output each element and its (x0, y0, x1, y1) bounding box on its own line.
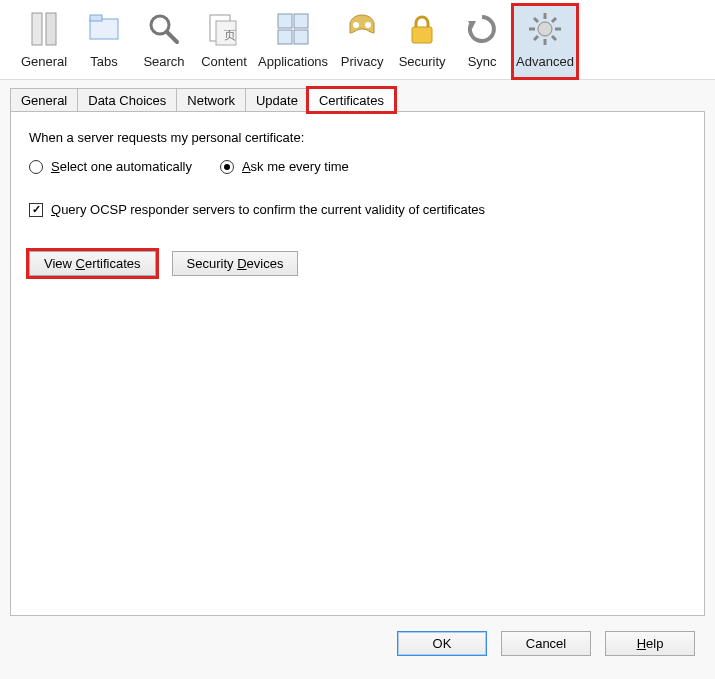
category-label: Security (399, 54, 446, 69)
svg-line-25 (552, 18, 556, 22)
dialog-button-row: OK Cancel Help (0, 617, 715, 656)
category-label: General (21, 54, 67, 69)
svg-line-23 (552, 36, 556, 40)
cancel-button[interactable]: Cancel (501, 631, 591, 656)
radio-icon (29, 160, 43, 174)
personal-cert-prompt: When a server requests my personal certi… (29, 130, 686, 145)
category-label: Advanced (516, 54, 574, 69)
gear-icon (525, 9, 565, 52)
svg-rect-0 (32, 13, 42, 45)
view-certificates-button[interactable]: View Certificates (29, 251, 156, 276)
subtab-data-choices[interactable]: Data Choices (77, 88, 177, 112)
category-label: Privacy (341, 54, 384, 69)
category-privacy[interactable]: Privacy (332, 4, 392, 79)
lock-icon (402, 9, 442, 52)
security-devices-button[interactable]: Security Devices (172, 251, 299, 276)
svg-rect-1 (46, 13, 56, 45)
category-general[interactable]: General (14, 4, 74, 79)
cert-buttons-row: View Certificates Security Devices (29, 251, 686, 276)
certificates-panel: When a server requests my personal certi… (10, 111, 705, 616)
svg-rect-10 (294, 14, 308, 28)
category-label: Search (143, 54, 184, 69)
checkbox-icon (29, 203, 43, 217)
category-label: Content (201, 54, 247, 69)
svg-point-13 (353, 22, 359, 28)
preferences-category-toolbar: General Tabs Search 页 Content Applicatio… (0, 0, 715, 80)
subtab-certificates[interactable]: Certificates (308, 88, 395, 112)
svg-line-5 (167, 32, 177, 42)
advanced-subtabs: General Data Choices Network Update Cert… (0, 80, 715, 112)
svg-rect-3 (90, 15, 102, 21)
svg-rect-12 (294, 30, 308, 44)
svg-rect-11 (278, 30, 292, 44)
subtab-update[interactable]: Update (245, 88, 309, 112)
checkbox-query-ocsp[interactable]: Query OCSP responder servers to confirm … (29, 202, 686, 217)
category-tabs[interactable]: Tabs (74, 4, 134, 79)
category-applications[interactable]: Applications (254, 4, 332, 79)
category-sync[interactable]: Sync (452, 4, 512, 79)
svg-line-22 (534, 18, 538, 22)
svg-point-14 (365, 22, 371, 28)
checkbox-label: Query OCSP responder servers to confirm … (51, 202, 485, 217)
tabs-icon (84, 9, 124, 52)
help-button[interactable]: Help (605, 631, 695, 656)
subtab-general[interactable]: General (10, 88, 78, 112)
ok-button[interactable]: OK (397, 631, 487, 656)
radio-label: Select one automatically (51, 159, 192, 174)
category-label: Tabs (90, 54, 117, 69)
personal-cert-radio-group: Select one automatically Ask me every ti… (29, 159, 686, 174)
category-content[interactable]: 页 Content (194, 4, 254, 79)
svg-rect-9 (278, 14, 292, 28)
radio-icon (220, 160, 234, 174)
radio-select-automatically[interactable]: Select one automatically (29, 159, 192, 174)
svg-rect-2 (90, 19, 118, 39)
search-icon (144, 9, 184, 52)
subtab-network[interactable]: Network (176, 88, 246, 112)
category-advanced[interactable]: Advanced (512, 4, 578, 79)
svg-rect-15 (412, 27, 432, 43)
privacy-icon (342, 9, 382, 52)
svg-line-24 (534, 36, 538, 40)
sync-icon (462, 9, 502, 52)
category-search[interactable]: Search (134, 4, 194, 79)
category-label: Applications (258, 54, 328, 69)
general-icon (24, 9, 64, 52)
content-icon: 页 (204, 9, 244, 52)
radio-label: Ask me every time (242, 159, 349, 174)
category-security[interactable]: Security (392, 4, 452, 79)
svg-point-17 (538, 22, 552, 36)
applications-icon (273, 9, 313, 52)
svg-text:页: 页 (224, 28, 236, 42)
category-label: Sync (468, 54, 497, 69)
radio-ask-every-time[interactable]: Ask me every time (220, 159, 349, 174)
